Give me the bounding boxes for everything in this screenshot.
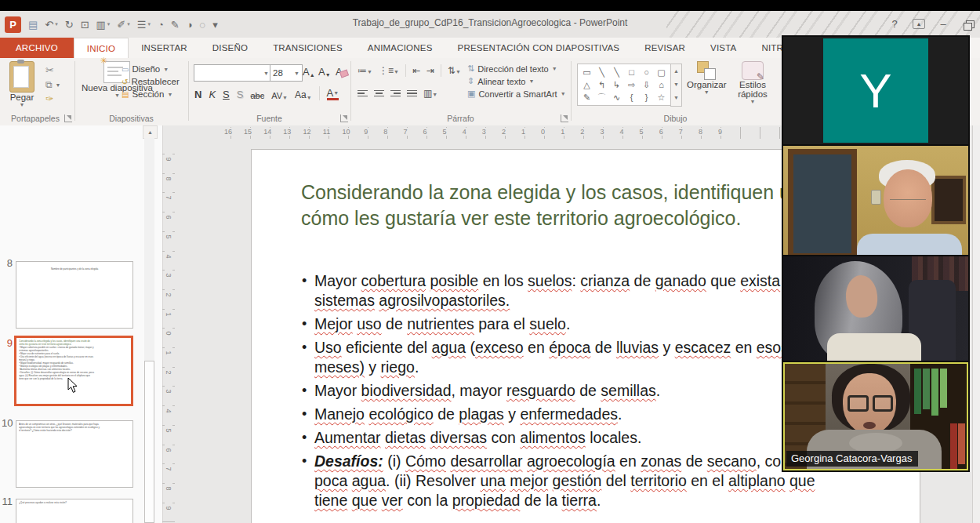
picture-frame	[931, 176, 966, 224]
grow-font-button[interactable]: A▲	[303, 66, 315, 78]
underline-button[interactable]: S	[223, 89, 230, 100]
tab-diseño[interactable]: DISEÑO	[200, 38, 260, 58]
tab-animaciones[interactable]: ANIMACIONES	[355, 38, 445, 58]
font-name-combo[interactable]: ▼	[194, 64, 272, 82]
copy-button[interactable]: ⧉▼	[45, 79, 61, 90]
shape-icon[interactable]: □	[626, 66, 637, 78]
shape-icon[interactable]: ↰	[596, 78, 608, 91]
slide-thumbnail-9[interactable]: Considerando la zona elegida y los casos…	[14, 336, 133, 406]
shape-icon[interactable]: ☆	[655, 91, 667, 104]
hruler-number: 15	[242, 128, 253, 136]
tab-insertar[interactable]: INSERTAR	[129, 38, 200, 58]
scissors-icon: ✂	[45, 64, 54, 76]
paste-button[interactable]: Pegar ▼	[9, 61, 34, 107]
slide-bullets[interactable]: Mayor cobertura posible en los suelos: c…	[301, 271, 815, 510]
collapse-ribbon-icon[interactable]: ▲	[913, 19, 925, 29]
justify-button[interactable]	[407, 89, 417, 99]
section-button[interactable]: ▤Sección▼	[122, 89, 180, 99]
slide-area-scrollbar[interactable]	[972, 125, 980, 523]
restore-icon[interactable]	[961, 16, 977, 31]
smartart-button[interactable]: ▣Convertir a SmartArt▼	[467, 89, 566, 99]
bullet-line: poca agua. (ii) Resolver una mejor gesti…	[301, 471, 815, 491]
text-direction-button[interactable]: ⇅Dirección del texto▼	[467, 64, 566, 74]
shape-icon[interactable]: ⌂	[655, 78, 667, 91]
italic-button[interactable]: K	[209, 89, 216, 100]
shape-icon[interactable]: ✎	[581, 91, 593, 104]
vruler-number: 2	[165, 289, 172, 301]
tab-archivo[interactable]: ARCHIVO	[0, 38, 74, 58]
paragraph-dialog-launcher[interactable]	[561, 114, 568, 122]
slide-thumbnail-8[interactable]: Nombre de participantes y de la zona ele…	[16, 261, 133, 329]
thumbnails-scroll-up[interactable]: ▲	[143, 125, 158, 139]
format-painter-button[interactable]: ✑	[45, 93, 61, 104]
font-size-combo[interactable]: 28▼	[270, 64, 303, 82]
shape-icon[interactable]: ∿	[611, 91, 622, 104]
vertical-ruler: 9876543210123456789	[162, 146, 175, 523]
video-tile-man-white-hair[interactable]	[783, 146, 968, 255]
slide-thumbnail-10[interactable]: Antes de un compromiso con otros, ¿qué l…	[16, 420, 133, 488]
font-dialog-launcher[interactable]	[340, 114, 348, 122]
numbering-button[interactable]: ⋮≡▼	[379, 65, 399, 76]
vruler-number: 1	[165, 347, 172, 359]
font-color-button[interactable]: A▼	[327, 88, 339, 100]
bold-button[interactable]: N	[194, 89, 201, 100]
arrange-button[interactable]: Organizar ▼	[687, 61, 727, 95]
columns-button[interactable]: ▥▼	[423, 88, 437, 99]
align-right-button[interactable]	[390, 89, 401, 99]
shape-icon[interactable]: ○	[641, 66, 652, 78]
paragraph-right-column: ⇅Dirección del texto▼ ⇕Alinear texto▼ ▣C…	[467, 64, 566, 99]
line-spacing-button[interactable]: ⇅▼	[448, 65, 461, 76]
strikethrough-button[interactable]: abc	[250, 91, 264, 100]
slide-thumbnail-11[interactable]: ¿Qué procesos ayudan a realizar esta vis…	[16, 499, 133, 523]
character-spacing-button[interactable]: AV▼	[271, 91, 288, 100]
cut-button[interactable]: ✂	[45, 64, 61, 76]
window-controls: ? ▲ –	[887, 16, 977, 31]
change-case-button[interactable]: Aa▼	[295, 89, 312, 100]
shape-icon[interactable]: ▭	[581, 66, 593, 78]
quick-styles-button[interactable]: Estilos rápidos ▼	[735, 61, 770, 104]
tab-vista[interactable]: VISTA	[698, 38, 749, 58]
clipboard-dialog-launcher[interactable]	[64, 114, 72, 122]
hruler-number: 2	[500, 128, 507, 136]
shapes-scroll-up-icon[interactable]: ▲	[671, 64, 681, 78]
shapes-more-icon[interactable]: ▼	[671, 91, 681, 104]
minimize-icon[interactable]: –	[935, 16, 951, 31]
shapes-scroll-down-icon[interactable]: ▼	[671, 78, 681, 91]
tab-revisar[interactable]: REVISAR	[632, 38, 698, 58]
paragraph-row2: ▥▼	[358, 88, 437, 99]
align-left-button[interactable]	[358, 89, 368, 99]
shape-icon[interactable]: }	[641, 91, 652, 104]
shape-icon[interactable]: ╲	[596, 66, 608, 78]
shape-icon[interactable]: △	[581, 78, 593, 91]
help-icon[interactable]: ?	[887, 16, 902, 31]
shapes-gallery[interactable]: ▭╲╲□○▢△↰↳⇨⇩⌂✎⌒∿{}☆	[577, 64, 671, 106]
decrease-indent-button[interactable]: ⇤	[412, 65, 420, 76]
shrink-font-button[interactable]: A▼	[318, 66, 331, 78]
shape-icon[interactable]: ⌒	[596, 91, 608, 104]
shapes-scrollbar[interactable]: ▲ ▼ ▼	[670, 64, 682, 107]
shape-icon[interactable]: {	[626, 91, 637, 104]
font-row2: N K S S abc AV▼ Aa▼ A▼	[194, 86, 339, 100]
hruler-number: 8	[382, 128, 389, 136]
align-text-button[interactable]: ⇕Alinear texto▼	[467, 76, 566, 86]
video-tile-active-speaker[interactable]: Georgina Catacora-Vargas	[783, 362, 968, 470]
increase-indent-button[interactable]: ⇥	[426, 65, 434, 76]
reset-button[interactable]: ↺Restablecer	[122, 77, 180, 86]
text-shadow-button[interactable]: S	[237, 89, 244, 100]
tab-presentación-con-diapositivas[interactable]: PRESENTACIÓN CON DIAPOSITIVAS	[445, 38, 633, 58]
slide-number: 10	[2, 417, 13, 429]
align-center-button[interactable]	[374, 89, 384, 99]
bullets-button[interactable]: ≔▼	[358, 65, 372, 76]
participant-avatar-square: Y	[823, 38, 928, 143]
shape-icon[interactable]: ⇩	[641, 78, 652, 91]
shape-icon[interactable]: ↳	[611, 78, 622, 91]
design-button[interactable]: ▭Diseño▼	[122, 64, 180, 74]
clear-formatting-button[interactable]: A	[336, 66, 343, 78]
thumbnails-scrollbar-thumb[interactable]	[144, 361, 154, 523]
video-tile-initial[interactable]: Y	[783, 37, 968, 144]
video-tile-woman-gray-hair[interactable]	[783, 256, 968, 361]
shape-icon[interactable]: ╲	[611, 66, 622, 78]
shape-icon[interactable]: ▢	[655, 66, 667, 78]
tab-transiciones[interactable]: TRANSICIONES	[260, 38, 355, 58]
shape-icon[interactable]: ⇨	[626, 78, 637, 91]
